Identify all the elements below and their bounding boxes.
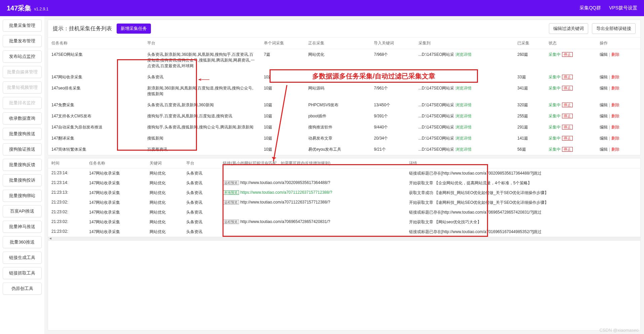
local-badge[interactable]: 本地预览 (223, 190, 239, 195)
sidebar-item-10[interactable]: 批量搜狗投诉 (3, 174, 42, 186)
sidebar-item-15[interactable]: 链接生成工具 (3, 252, 42, 264)
log-url[interactable]: http://www.toutiao.com/a7071122637157712… (240, 200, 330, 205)
browse-link[interactable]: 浏览详情 (455, 147, 472, 152)
app-version: v1.2.9.1 (34, 7, 48, 11)
cell-status: 采集中停止 (545, 144, 596, 155)
browse-link[interactable]: 浏览详情 (455, 125, 472, 129)
delete-link[interactable]: 删除 (611, 86, 619, 90)
log-row: 21:23:02:147网站收录采集网站优化头条资讯远程预览http://www… (48, 217, 640, 227)
browse-link[interactable]: 浏览详情 (455, 52, 472, 57)
edit-link[interactable]: 编辑 (600, 136, 608, 141)
cell-to: ...D:\147SEO网站采 浏览详情 (415, 133, 514, 144)
cell-imported: 7/961个 (370, 83, 415, 100)
sidebar-item-7[interactable]: 批量搜狗推送 (3, 128, 42, 140)
cell-to: ...D:\147SEO网站采 浏览详情 (415, 83, 514, 100)
edit-link[interactable]: 编辑 (600, 125, 608, 129)
sidebar-item-3: 批量自媒体管理 (3, 66, 42, 78)
stop-button[interactable]: 停止 (562, 52, 573, 57)
export-errors-button[interactable]: 导出全部错误链接 (592, 23, 636, 34)
sidebar-item-9[interactable]: 批量搜狗反馈 (3, 159, 42, 171)
cell-imported: 9/440个 (370, 122, 415, 133)
sidebar-item-0[interactable]: 批量采集管理 (3, 20, 42, 32)
sidebar-item-2[interactable]: 发布站点监控 (3, 50, 42, 63)
task-table: 任务名称 平台 单个词采集 正在采集 导入关键词 采集到 已采集 状态 操作 1… (48, 38, 640, 155)
log-url[interactable]: https://www.toutiao.com/a707112263715771… (240, 190, 332, 195)
sidebar-item-8[interactable]: 搜狗验证推送 (3, 143, 42, 155)
log-detail: 开始获取文章 【途网科技_网站SEO优化如何做_关于SEO优化详细操作步骤】 (406, 198, 640, 208)
cell-status: 采集中停止 (545, 122, 596, 133)
log-url[interactable]: http://www.toutiao.com/a7002098535617364… (240, 180, 330, 185)
log-time: 21:23:14: (48, 178, 86, 188)
stop-button[interactable]: 停止 (562, 114, 573, 118)
sidebar-item-17[interactable]: 伪原创工具 (3, 283, 42, 295)
delete-link[interactable]: 删除 (611, 114, 619, 118)
delete-link[interactable]: 删除 (611, 147, 619, 152)
delete-link[interactable]: 删除 (611, 75, 619, 79)
log-url[interactable]: http://www.toutiao.com/a7069654728657420… (240, 219, 330, 224)
log-task: 147网站收录采集 (86, 178, 146, 188)
edit-link[interactable]: 编辑 (600, 147, 608, 152)
cell-count: 141篇 (514, 133, 545, 144)
log-keyword: 网站优化 (146, 198, 183, 208)
sidebar-item-11[interactable]: 批量搜狗绑站 (3, 190, 42, 202)
log-keyword: 网站优化 (146, 227, 183, 237)
log-row: 21:23:02:147网站收录采集网站优化头条资讯链接或标题已存在[http:… (48, 208, 640, 217)
col-imported: 导入关键词 (370, 38, 415, 49)
delete-link[interactable]: 删除 (611, 125, 619, 129)
remote-badge[interactable]: 远程预览 (223, 200, 239, 205)
log-keyword: 网站优化 (146, 169, 183, 179)
sidebar-item-12[interactable]: 百度API推送 (3, 205, 42, 217)
delete-link[interactable]: 删除 (611, 52, 619, 57)
stop-button[interactable]: 停止 (562, 125, 573, 129)
remote-badge[interactable]: 远程预览 (223, 220, 239, 224)
log-task: 147网站收录采集 (86, 169, 146, 179)
log-link (219, 227, 406, 237)
add-task-button[interactable]: 新增采集任务 (117, 24, 151, 34)
edit-filter-button[interactable]: 编辑过滤关键词 (549, 23, 588, 34)
cell-op: 编辑|删除 (596, 83, 640, 100)
cell-name: 147简体转繁体采集 (48, 144, 144, 155)
sidebar-item-14[interactable]: 批量360推送 (3, 236, 42, 248)
sidebar-item-5: 批量排名监控 (3, 97, 42, 109)
cell-count: 260篇 (514, 49, 545, 72)
cell-name: 147翻译采集 (48, 133, 144, 144)
browse-link[interactable]: 浏览详情 (455, 103, 472, 107)
sidebar: 批量采集管理批量发布管理发布站点监控批量自媒体管理批量短视频管理批量排名监控收录… (0, 16, 44, 334)
browse-link[interactable]: 浏览详情 (455, 86, 472, 90)
edit-link[interactable]: 编辑 (600, 103, 608, 107)
sidebar-item-6[interactable]: 收录数据查询 (3, 112, 42, 124)
cell-perword: 10篇 (260, 83, 305, 100)
edit-link[interactable]: 编辑 (600, 114, 608, 118)
horizontal-scrollbar[interactable] (48, 237, 640, 241)
log-keyword: 网站优化 (146, 188, 183, 198)
stop-button[interactable]: 停止 (562, 103, 573, 107)
delete-link[interactable]: 删除 (611, 136, 619, 141)
log-detail: 链接或标题已存在[http://www.toutiao.com/a7069654… (406, 208, 640, 217)
sidebar-item-1[interactable]: 批量发布管理 (3, 35, 42, 47)
stop-button[interactable]: 停止 (562, 86, 573, 90)
stop-button[interactable]: 停止 (562, 136, 573, 141)
edit-link[interactable]: 编辑 (600, 52, 608, 57)
link-qq-group[interactable]: 采集QQ群 (579, 5, 601, 11)
remote-badge[interactable]: 远程预览 (223, 181, 239, 185)
link-vps-settings[interactable]: VPS拨号设置 (609, 5, 637, 11)
stop-button[interactable]: 停止 (562, 75, 573, 79)
log-col-link: 链接(最小的网站可能没有匹配，如需要可群内反馈增加规则) (219, 158, 406, 169)
sidebar-item-13[interactable]: 批量神马推送 (3, 221, 42, 233)
log-task: 147网站收录采集 (86, 217, 146, 227)
log-task: 147网站收录采集 (86, 198, 146, 208)
cell-status: 采集中停止 (545, 111, 596, 122)
browse-link[interactable]: 浏览详情 (455, 136, 472, 141)
sidebar-item-16[interactable]: 链接抓取工具 (3, 267, 42, 279)
log-task: 147网站收录采集 (86, 188, 146, 198)
app-title: 147采集 (7, 4, 31, 13)
delete-link[interactable]: 删除 (611, 103, 619, 107)
log-platform: 头条资讯 (183, 178, 219, 188)
task-row: 147简体转繁体采集百度最资讯10篇易优eyou发布工具9/21个...D:\1… (48, 144, 640, 155)
stop-button[interactable]: 停止 (562, 147, 573, 152)
edit-link[interactable]: 编辑 (600, 75, 608, 79)
task-row: 147免费采集头条资讯,百度资讯,新浪新闻,360新闻10篇PHPCMSV9发布… (48, 100, 640, 111)
watermark: CSDN @xiaomaseo (599, 328, 639, 333)
browse-link[interactable]: 浏览详情 (455, 114, 472, 118)
edit-link[interactable]: 编辑 (600, 86, 608, 90)
